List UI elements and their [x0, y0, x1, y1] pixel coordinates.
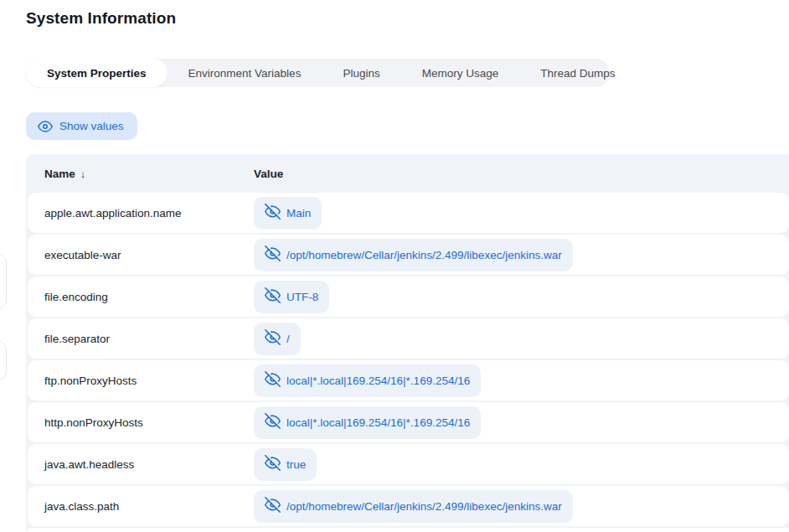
- system-properties-table: Name ↓ Value apple.awt.application.name …: [26, 154, 789, 531]
- eye-off-icon: [265, 455, 281, 474]
- table-row-partial: [28, 528, 789, 531]
- table-row: ftp.nonProxyHosts local|*.local|169.254/…: [28, 360, 789, 400]
- property-name: file.encoding: [44, 291, 254, 303]
- eye-off-icon: [265, 287, 281, 307]
- property-value-cell: true: [254, 448, 317, 481]
- eye-off-icon: [265, 371, 281, 390]
- property-name: http.nonProxyHosts: [44, 416, 254, 429]
- property-name: executable-war: [44, 249, 254, 261]
- hidden-value-pill[interactable]: UTF-8: [254, 281, 329, 313]
- property-value-link[interactable]: Main: [286, 207, 311, 220]
- left-edge-widget-top[interactable]: [0, 253, 7, 310]
- property-value-link[interactable]: UTF-8: [286, 291, 318, 303]
- eye-off-icon: [265, 413, 281, 432]
- table-row: executable-war /opt/homebrew/Cellar/jenk…: [28, 235, 789, 275]
- property-value-cell: UTF-8: [254, 281, 329, 313]
- table-row: http.nonProxyHosts local|*.local|169.254…: [28, 402, 789, 442]
- hidden-value-pill[interactable]: local|*.local|169.254/16|*.169.254/16: [254, 364, 481, 397]
- left-edge-widget-bottom[interactable]: [0, 340, 7, 381]
- property-value-link[interactable]: /: [286, 333, 290, 345]
- tab-memory-usage[interactable]: Memory Usage: [401, 59, 520, 87]
- tab-environment-variables[interactable]: Environment Variables: [168, 59, 322, 87]
- column-header-name-label: Name: [44, 168, 75, 180]
- hidden-value-pill[interactable]: true: [254, 448, 317, 481]
- show-values-label: Show values: [59, 120, 124, 132]
- tab-thread-dumps[interactable]: Thread Dumps: [519, 59, 636, 87]
- column-header-value-label: Value: [254, 168, 283, 180]
- tab-system-properties[interactable]: System Properties: [26, 59, 168, 87]
- eye-icon: [38, 119, 53, 134]
- column-header-value[interactable]: Value: [254, 168, 283, 180]
- hidden-value-pill[interactable]: /: [254, 323, 301, 355]
- property-value-cell: /opt/homebrew/Cellar/jenkins/2.499/libex…: [254, 490, 573, 523]
- column-header-name[interactable]: Name ↓: [44, 168, 254, 180]
- page-title: System Information: [26, 9, 176, 28]
- property-value-link[interactable]: /opt/homebrew/Cellar/jenkins/2.499/libex…: [286, 249, 562, 261]
- property-value-link[interactable]: local|*.local|169.254/16|*.169.254/16: [286, 416, 470, 429]
- system-information-page: System Information System PropertiesEnvi…: [0, 0, 789, 532]
- table-header-row: Name ↓ Value: [26, 154, 789, 193]
- table-row: apple.awt.application.name Main: [28, 193, 789, 233]
- property-value-link[interactable]: true: [286, 458, 306, 471]
- show-values-button[interactable]: Show values: [26, 112, 137, 140]
- property-value-cell: local|*.local|169.254/16|*.169.254/16: [254, 406, 481, 439]
- tab-plugins[interactable]: Plugins: [322, 59, 400, 87]
- table-row: java.class.path /opt/homebrew/Cellar/jen…: [28, 486, 789, 526]
- property-value-cell: local|*.local|169.254/16|*.169.254/16: [254, 364, 481, 397]
- property-name: apple.awt.application.name: [44, 207, 254, 220]
- property-name: java.awt.headless: [44, 458, 254, 471]
- property-value-cell: Main: [254, 197, 322, 230]
- hidden-value-pill[interactable]: Main: [254, 197, 322, 230]
- property-name: java.class.path: [44, 500, 254, 513]
- sort-descending-icon: ↓: [80, 168, 86, 180]
- table-row: file.encoding UTF-8: [28, 276, 789, 317]
- property-value-link[interactable]: /opt/homebrew/Cellar/jenkins/2.499/libex…: [286, 500, 562, 513]
- hidden-value-pill[interactable]: /opt/homebrew/Cellar/jenkins/2.499/libex…: [254, 490, 573, 523]
- eye-off-icon: [265, 329, 281, 349]
- eye-off-icon: [265, 204, 281, 223]
- hidden-value-pill[interactable]: local|*.local|169.254/16|*.169.254/16: [254, 406, 481, 439]
- property-name: file.separator: [44, 333, 254, 345]
- eye-off-icon: [265, 497, 281, 516]
- property-value-cell: /: [254, 323, 301, 355]
- property-value-link[interactable]: local|*.local|169.254/16|*.169.254/16: [286, 374, 470, 387]
- table-body: apple.awt.application.name Main executab…: [26, 193, 789, 531]
- property-value-cell: /opt/homebrew/Cellar/jenkins/2.499/libex…: [254, 239, 573, 271]
- property-name: ftp.nonProxyHosts: [44, 374, 254, 387]
- tab-bar: System PropertiesEnvironment VariablesPl…: [26, 59, 610, 87]
- table-row: file.separator /: [28, 318, 789, 359]
- table-row: java.awt.headless true: [28, 444, 789, 484]
- eye-off-icon: [265, 245, 281, 265]
- hidden-value-pill[interactable]: /opt/homebrew/Cellar/jenkins/2.499/libex…: [254, 239, 573, 271]
